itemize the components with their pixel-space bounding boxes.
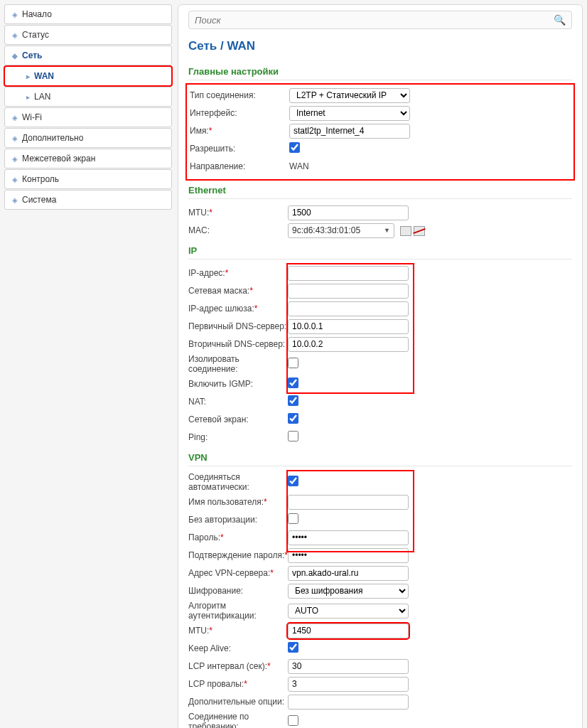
clone-mac-icon[interactable] <box>400 226 411 236</box>
ip-fw-label: Сетевой экран: <box>188 414 288 424</box>
vpn-server-input[interactable] <box>288 566 409 581</box>
chevron-icon: ◈ <box>12 11 18 18</box>
eth-mtu-label: MTU:* <box>188 208 288 218</box>
ip-addr-input[interactable] <box>288 266 409 281</box>
ip-ping-checkbox[interactable] <box>288 431 298 441</box>
section-vpn: VPN <box>188 452 572 466</box>
ip-gw-label: IP-адрес шлюза:* <box>188 304 288 314</box>
ip-isolate-checkbox[interactable] <box>288 358 298 368</box>
nav-label: WAN <box>34 71 54 81</box>
ondemand-checkbox[interactable] <box>288 715 298 726</box>
dns1-label: Первичный DNS-сервер: <box>188 321 288 331</box>
lcp-int-input[interactable] <box>288 659 409 674</box>
vpn-pass2-label: Подтверждение пароля:* <box>188 550 288 560</box>
chevron-icon: ◈ <box>12 155 18 163</box>
search-input[interactable] <box>195 15 554 26</box>
main-panel: 🔍 Сеть / WAN Главные настройки Тип соеди… <box>178 4 583 728</box>
vpn-mtu-input[interactable] <box>288 623 409 638</box>
conn-type-select[interactable]: L2TP + Статический IP <box>289 88 410 103</box>
vpn-enc-select[interactable]: Без шифрования <box>288 584 409 599</box>
conn-type-label: Тип соединения: <box>190 90 289 100</box>
nav-advanced[interactable]: ◈Дополнительно <box>4 128 172 148</box>
nav-home[interactable]: ◈Начало <box>4 4 172 24</box>
vpn-auto-checkbox[interactable] <box>288 476 298 486</box>
vpn-auto-label: Соединяться автоматически: <box>188 472 288 492</box>
name-input[interactable] <box>289 124 410 139</box>
extra-label: Дополнительные опции: <box>188 697 288 707</box>
keepalive-label: Keep Alive: <box>188 643 288 653</box>
main-settings-block: Тип соединения: L2TP + Статический IP Ин… <box>185 83 575 181</box>
vpn-auth-select[interactable]: AUTO <box>288 604 409 619</box>
direction-label: Направление: <box>190 161 289 171</box>
ip-ping-label: Ping: <box>188 432 288 442</box>
lcp-fail-label: LCP провалы:* <box>188 679 288 689</box>
chevron-icon: ◈ <box>12 52 18 60</box>
vpn-pass-input[interactable] <box>288 530 409 545</box>
ondemand-label: Соединение по требованию: <box>188 712 288 728</box>
nav-lan[interactable]: ▸LAN <box>4 87 172 107</box>
vpn-auth-label: Алгоритм аутентификации: <box>188 601 288 621</box>
ip-nat-label: NAT: <box>188 397 288 407</box>
ip-isolate-label: Изолировать соединение: <box>188 354 288 374</box>
vpn-pass2-input[interactable] <box>288 548 409 563</box>
nav-label: Начало <box>22 9 52 19</box>
eth-mtu-input[interactable] <box>288 205 409 220</box>
vpn-pass-label: Пароль:* <box>188 532 288 542</box>
iface-select[interactable]: Internet <box>289 106 410 121</box>
nav-wifi[interactable]: ◈Wi-Fi <box>4 107 172 127</box>
vpn-server-label: Адрес VPN-сервера:* <box>188 568 288 578</box>
direction-value: WAN <box>289 161 309 171</box>
nav-system[interactable]: ◈Система <box>4 190 172 210</box>
search-box: 🔍 <box>188 11 572 29</box>
lcp-int-label: LCP интервал (сек):* <box>188 661 288 671</box>
nav-label: Межсетевой экран <box>22 154 95 164</box>
ip-addr-label: IP-адрес:* <box>188 268 288 278</box>
nav-label: Статус <box>22 30 49 40</box>
lcp-fail-input[interactable] <box>288 677 409 692</box>
dns2-input[interactable] <box>288 337 409 352</box>
nav-network[interactable]: ◈Сеть <box>4 46 172 65</box>
vpn-user-label: Имя пользователя:* <box>188 497 288 507</box>
nav-wan[interactable]: ▸WAN <box>4 66 172 86</box>
section-ip: IP <box>188 245 572 259</box>
ip-gw-input[interactable] <box>288 301 409 316</box>
nav-label: Wi-Fi <box>22 112 42 122</box>
ip-mask-input[interactable] <box>288 284 409 299</box>
chevron-icon: ◈ <box>12 31 18 39</box>
mac-select[interactable]: 9c:d6:43:3d:01:05▼ <box>288 223 394 238</box>
enable-checkbox[interactable] <box>289 142 300 153</box>
extra-input[interactable] <box>288 695 409 710</box>
ip-fw-checkbox[interactable] <box>288 413 298 424</box>
nav-firewall[interactable]: ◈Межсетевой экран <box>4 149 172 168</box>
section-ethernet: Ethernet <box>188 185 572 199</box>
chevron-right-icon: ▸ <box>26 93 30 101</box>
dns2-label: Вторичный DNS-сервер: <box>188 339 288 349</box>
dns1-input[interactable] <box>288 319 409 334</box>
nav-label: Контроль <box>22 174 59 184</box>
iface-label: Интерфейс: <box>190 108 289 118</box>
section-main: Главные настройки <box>188 66 572 80</box>
chevron-icon: ◈ <box>12 114 18 122</box>
vpn-noauth-label: Без авторизации: <box>188 515 288 525</box>
sidebar: ◈Начало ◈Статус ◈Сеть ▸WAN ▸LAN ◈Wi-Fi ◈… <box>4 4 172 728</box>
breadcrumb: Сеть / WAN <box>188 39 572 53</box>
igmp-checkbox[interactable] <box>288 378 298 388</box>
mac-icons <box>400 226 425 236</box>
dropdown-icon: ▼ <box>384 227 390 234</box>
clear-mac-icon[interactable] <box>414 226 425 236</box>
vpn-user-input[interactable] <box>288 495 409 510</box>
enable-label: Разрешить: <box>190 144 289 154</box>
nav-label: Дополнительно <box>22 133 83 143</box>
vpn-mtu-label: MTU:* <box>188 626 288 636</box>
igmp-label: Включить IGMP: <box>188 379 288 389</box>
chevron-icon: ◈ <box>12 134 18 142</box>
search-icon[interactable]: 🔍 <box>554 14 566 26</box>
ip-mask-label: Сетевая маска:* <box>188 286 288 296</box>
vpn-noauth-checkbox[interactable] <box>288 513 298 524</box>
nav-status[interactable]: ◈Статус <box>4 25 172 45</box>
keepalive-checkbox[interactable] <box>288 642 298 653</box>
chevron-icon: ◈ <box>12 196 18 204</box>
mac-label: MAC: <box>188 225 288 235</box>
nav-control[interactable]: ◈Контроль <box>4 169 172 189</box>
ip-nat-checkbox[interactable] <box>288 395 298 406</box>
